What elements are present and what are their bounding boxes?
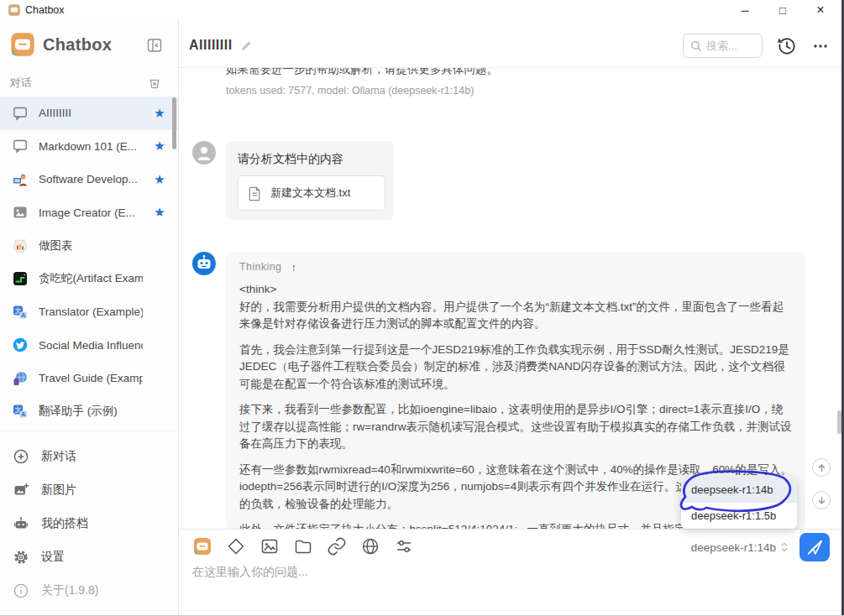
previous-message-clipped: 如果需要进一步的帮助或解析，请提供更多具体问题。 <box>226 68 498 77</box>
plus-circle-icon <box>13 448 29 465</box>
attach-image-icon[interactable] <box>259 536 280 556</box>
more-options-icon[interactable] <box>810 38 831 55</box>
travel-globe-icon <box>12 370 29 387</box>
chat-bubble-icon <box>12 105 29 122</box>
model-selector[interactable]: deepseek-r1:14b <box>691 541 789 554</box>
my-copilots-button[interactable]: 我的搭档 <box>0 507 178 540</box>
chat-area: 如果需要进一步的帮助或解析，请提供更多具体问题。 tokens used: 75… <box>180 68 844 529</box>
conversation-item-markdown-101[interactable]: Markdown 101 (E... ★ <box>0 130 178 164</box>
conversation-item-translator[interactable]: 文A Translator (Example) <box>0 295 178 329</box>
thinking-label: Thinking <box>239 261 281 273</box>
conversation-item-translate-assistant[interactable]: 文A 翻译助手 (示例) <box>0 395 178 429</box>
conversation-header: AIIIIIIII <box>180 20 844 67</box>
star-icon[interactable]: ★ <box>153 106 166 121</box>
sidebar-menu: 新对话 新图片 我的搭档 设置 关于(1.9.8) <box>0 440 178 608</box>
new-chat-button[interactable]: 新对话 <box>0 440 178 473</box>
send-icon <box>805 538 824 556</box>
chatbox-window: Chatbox ─ □ × Chatbox 对话 AIIIIIIII <box>0 0 844 616</box>
thinking-header[interactable]: Thinking ↑ <box>239 259 792 274</box>
chat-scrollbar-thumb[interactable] <box>837 410 841 434</box>
model-option-14b[interactable]: deepseek-r1:14b <box>681 477 797 503</box>
twitter-icon <box>12 337 29 353</box>
conversation-item-travel-guide[interactable]: Travel Guide (Example) <box>0 362 178 395</box>
user-message-text: 请分析文档中的内容 <box>238 150 382 167</box>
document-icon <box>247 185 263 201</box>
send-button[interactable] <box>799 533 830 561</box>
translate-icon: 文A <box>12 403 29 420</box>
thinking-paragraph: <think> <box>239 281 792 299</box>
settings-button[interactable]: 设置 <box>0 540 178 574</box>
tokens-info: tokens used: 7577, model: Ollama (deepse… <box>226 85 474 97</box>
collapse-sidebar-icon[interactable] <box>146 37 163 54</box>
edit-title-icon[interactable] <box>240 39 253 52</box>
thinking-paragraph: 接下来，我看到一些参数配置，比如ioengine=libaio，这表明使用的是异… <box>239 401 792 453</box>
chatbox-assistant-icon[interactable] <box>192 536 212 556</box>
chatbox-logo-icon <box>10 32 35 57</box>
snake-game-icon <box>12 270 29 287</box>
star-icon[interactable]: ★ <box>153 205 166 220</box>
search-input[interactable] <box>706 39 757 52</box>
scroll-to-top-button[interactable] <box>812 458 831 477</box>
window-title: Chatbox <box>25 4 65 16</box>
link-icon[interactable] <box>327 536 347 556</box>
chat-bubble-icon <box>12 138 29 154</box>
close-button[interactable]: × <box>808 0 833 20</box>
main-panel: AIIIIIIII 如果需要进一步的帮助或解析，请提供更多具体问题。 tok <box>180 20 844 615</box>
thinking-paragraph: 首先，我会注意到第一行提到这是一个JESD219标准的工作负载实现示例，用于SS… <box>239 342 792 394</box>
chevron-updown-icon <box>779 541 789 553</box>
conversation-item-social-media[interactable]: Social Media Influence... <box>0 329 178 363</box>
star-icon[interactable]: ★ <box>153 172 166 187</box>
file-attachment[interactable]: 新建文本文档.txt <box>238 175 385 211</box>
new-image-button[interactable]: 新图片 <box>0 473 178 507</box>
scroll-to-bottom-button[interactable] <box>812 491 831 509</box>
sidebar-scrollbar-thumb[interactable] <box>172 97 176 149</box>
new-image-icon <box>13 482 29 499</box>
sidebar: Chatbox 对话 AIIIIIIII ★ Markdown 101 (E..… <box>0 20 179 615</box>
search-icon <box>690 40 702 52</box>
model-option-1-5b[interactable]: deepseek-r1:1.5b <box>681 503 797 529</box>
about-button[interactable]: 关于(1.9.8) <box>0 574 178 608</box>
settings-sliders-icon[interactable] <box>394 536 414 556</box>
conversation-item-charts[interactable]: 做图表 <box>0 229 178 263</box>
attach-file-icon[interactable] <box>293 536 313 556</box>
chart-emoji-icon <box>12 238 29 254</box>
robot-icon <box>13 515 29 532</box>
app-icon <box>8 4 20 16</box>
web-browsing-icon[interactable] <box>360 536 380 556</box>
conversation-title: AIIIIIIII <box>189 38 233 53</box>
clear-conversations-icon[interactable] <box>148 76 161 90</box>
conversation-item-aiiiiiiii[interactable]: AIIIIIIII ★ <box>0 97 178 130</box>
conversation-item-image-creator[interactable]: Image Creator (E... ★ <box>0 196 178 230</box>
translate-icon: 文A <box>12 304 29 321</box>
collapse-thinking-icon: ↑ <box>291 261 296 274</box>
eraser-icon[interactable] <box>226 536 246 556</box>
sidebar-divider <box>0 431 178 431</box>
brand-name: Chatbox <box>43 35 112 55</box>
message-input[interactable] <box>192 565 789 608</box>
maximize-button[interactable]: □ <box>770 0 795 20</box>
conversations-section-label: 对话 <box>10 76 32 91</box>
conversation-item-snake-game[interactable]: 贪吃蛇(Artifact Example) <box>0 263 178 296</box>
conversation-item-software-developer[interactable]: Software Develop... ★ <box>0 163 178 196</box>
file-name: 新建文本文档.txt <box>270 185 350 201</box>
image-icon <box>12 204 29 221</box>
model-dropdown: deepseek-r1:14b deepseek-r1:1.5b <box>681 477 797 529</box>
user-avatar <box>192 141 216 164</box>
user-message: 请分析文档中的内容 新建文本文档.txt <box>226 141 394 220</box>
star-icon[interactable]: ★ <box>153 138 166 154</box>
minimize-button[interactable]: ─ <box>732 0 758 20</box>
svg-text:A: A <box>21 312 25 318</box>
developer-emoji-icon <box>12 171 29 188</box>
gear-icon <box>13 549 29 566</box>
composer: deepseek-r1:14b <box>180 529 844 615</box>
title-bar: Chatbox ─ □ × <box>0 0 844 20</box>
assistant-avatar <box>192 252 216 275</box>
history-icon[interactable] <box>777 36 797 56</box>
thinking-paragraph: 好的，我需要分析用户提供的文档内容。用户提供了一个名为“新建文本文档.txt”的… <box>239 299 792 333</box>
svg-text:A: A <box>21 411 25 417</box>
search-box[interactable] <box>683 34 763 58</box>
conversation-list: AIIIIIIII ★ Markdown 101 (E... ★ Softwar… <box>0 97 178 428</box>
info-icon <box>13 582 29 599</box>
